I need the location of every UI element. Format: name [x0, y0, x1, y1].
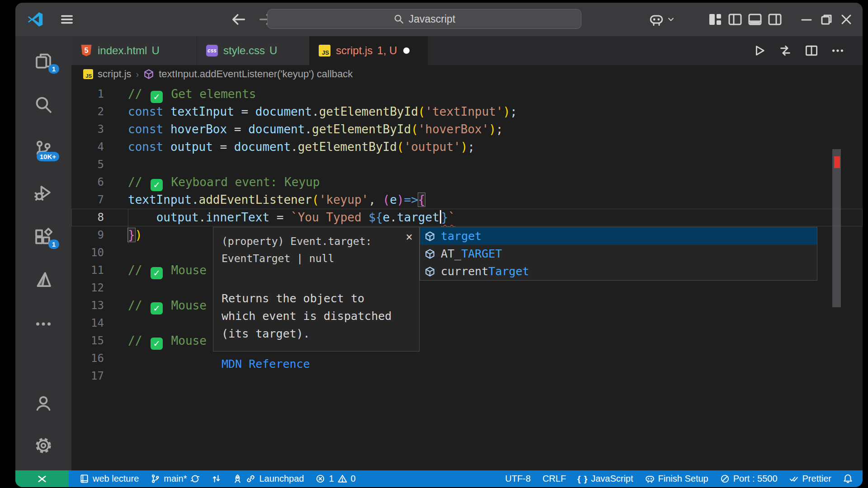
code-line[interactable]: 8 output.innerText = `You Typed ${e.targ…	[71, 209, 863, 226]
status-encoding[interactable]: UTF-8	[505, 474, 531, 484]
search-text: Javascript	[409, 13, 456, 25]
code-line[interactable]: 1// ✓ Get elements	[71, 85, 863, 103]
close-icon[interactable]	[839, 12, 854, 27]
vscode-window: Javascript 110K+1 5index.htmlUcssstyle.c…	[15, 3, 863, 487]
status-problems[interactable]: 10	[316, 474, 355, 484]
menu-icon[interactable]	[60, 13, 74, 26]
sidebar-item-accounts[interactable]	[28, 382, 59, 424]
chevron-down-icon[interactable]	[666, 15, 675, 24]
suggest-item-currenttarget[interactable]: currentTarget	[420, 263, 817, 280]
status-git-branch[interactable]: main*	[151, 474, 200, 484]
sidebar-item-extensions[interactable]: 1	[28, 214, 59, 258]
status-language-mode[interactable]: { }JavaScript	[578, 474, 633, 484]
tab-index.html[interactable]: 5index.htmlU	[71, 36, 197, 65]
tab-style.css[interactable]: cssstyle.cssU	[197, 36, 310, 65]
code-line[interactable]: 6// ✓ Keyboard event: Keyup	[71, 174, 863, 191]
scrollbar-thumb[interactable]	[832, 149, 841, 307]
code-text: // ✓ Mouse	[128, 332, 207, 350]
status-notifications[interactable]	[843, 474, 853, 483]
sidebar-item-source-control[interactable]: 10K+	[28, 127, 59, 170]
copilot-icon[interactable]	[649, 12, 664, 27]
code-line[interactable]: 2const textInput = document.getElementBy…	[71, 103, 863, 121]
token: =	[269, 211, 291, 224]
line-number: 10	[71, 244, 104, 262]
suggest-item-at_target[interactable]: AT_TARGET	[420, 245, 817, 263]
token: .	[192, 193, 199, 206]
token: document	[255, 105, 312, 118]
doc-signature-line2: EventTarget | null	[222, 250, 411, 267]
tab-script.js[interactable]: JSscript.js1, U	[310, 36, 428, 65]
status-eol[interactable]: CRLF	[542, 474, 566, 484]
token: }	[128, 228, 135, 242]
status-launchpad[interactable]: Launchpad	[233, 474, 304, 484]
token: (	[418, 105, 425, 118]
suggest-item-target[interactable]: target	[420, 227, 817, 245]
code-editor[interactable]: 1// ✓ Get elements2const textInput = doc…	[71, 83, 863, 470]
code-line[interactable]: 12	[71, 279, 863, 297]
token: textInput	[128, 193, 192, 206]
sidebar-item-more-views[interactable]	[28, 302, 59, 346]
sidebar-item-search[interactable]	[28, 83, 59, 127]
code-text: })	[128, 226, 142, 244]
restore-icon[interactable]	[819, 12, 834, 27]
toggle-secondary-sidebar-icon[interactable]	[768, 12, 782, 27]
token: =>	[404, 193, 418, 206]
more-views-icon	[34, 315, 52, 333]
line-number: 5	[71, 156, 104, 174]
code-line[interactable]: 17	[71, 367, 863, 385]
token: (	[397, 140, 404, 154]
remote-icon	[37, 474, 47, 484]
activity-bar: 110K+1	[15, 36, 71, 470]
dirty-indicator-icon[interactable]	[403, 47, 410, 54]
line-number: 9	[71, 226, 104, 244]
command-center-search[interactable]: Javascript	[267, 9, 581, 29]
tab-git-status: U	[151, 44, 159, 57]
css-file-icon: css	[206, 45, 218, 56]
toggle-panel-icon[interactable]	[748, 12, 762, 27]
status-live-server-port[interactable]: Port : 5500	[720, 474, 778, 484]
doc-close-icon[interactable]: ×	[406, 231, 413, 243]
symbol-cube-icon	[143, 69, 154, 80]
sidebar-item-run-debug[interactable]	[28, 170, 59, 214]
code-text: // ✓ Mouse	[128, 262, 207, 279]
badge: 1	[48, 239, 59, 249]
status-web-lecture[interactable]: web lecture	[80, 474, 139, 484]
run-file-icon[interactable]	[752, 44, 766, 57]
toggle-sidebar-icon[interactable]	[728, 12, 742, 27]
sidebar-item-explorer[interactable]: 1	[28, 39, 59, 83]
customize-layout-icon[interactable]	[708, 12, 722, 27]
status-copilot-setup[interactable]: Finish Setup	[645, 474, 708, 484]
sidebar-item-settings[interactable]	[28, 424, 59, 467]
code-line[interactable]: 5	[71, 156, 863, 174]
split-editor-icon[interactable]	[805, 44, 818, 57]
code-line[interactable]: 15// ✓ Mouse	[71, 332, 863, 350]
status-bar: web lecturemain*Launchpad10 UTF-8CRLF{ }…	[15, 470, 863, 487]
code-line[interactable]: 7textInput.addEventListener('keyup', (e)…	[71, 191, 863, 209]
breadcrumb-file[interactable]: script.js	[98, 68, 132, 80]
doc-signature-line1: (property) Event.target:	[222, 233, 411, 250]
token: //	[128, 299, 149, 312]
code-line[interactable]: 4const output = document.getElementById(…	[71, 138, 863, 156]
status-prettier[interactable]: Prettier	[789, 474, 831, 484]
suggest-label-match: TARGET	[461, 245, 502, 263]
suggest-label-match: Target	[488, 263, 529, 280]
checkmark-emoji: ✓	[151, 267, 163, 279]
line-number: 12	[71, 279, 104, 297]
code-line[interactable]: 3const hoverBox = document.getElementByI…	[71, 121, 863, 138]
code-line[interactable]: 14	[71, 314, 863, 332]
token: )	[397, 193, 404, 206]
code-line[interactable]: 13// ✓ Mouse	[71, 297, 863, 314]
token: .	[312, 105, 319, 118]
sidebar-item-prism[interactable]	[28, 258, 59, 302]
more-actions-icon[interactable]	[831, 44, 844, 57]
status-git-graph[interactable]	[212, 474, 221, 483]
token: Get elements	[164, 87, 256, 101]
remote-indicator[interactable]	[15, 470, 69, 487]
breadcrumb-symbol[interactable]: textInput.addEventListener('keyup') call…	[159, 68, 353, 80]
minimize-icon[interactable]	[799, 12, 814, 27]
mdn-reference-link[interactable]: MDN Reference	[222, 355, 411, 373]
nav-back-icon[interactable]	[231, 11, 247, 28]
open-changes-icon[interactable]	[778, 44, 792, 57]
code-line[interactable]: 16	[71, 350, 863, 367]
token: )	[135, 228, 142, 242]
